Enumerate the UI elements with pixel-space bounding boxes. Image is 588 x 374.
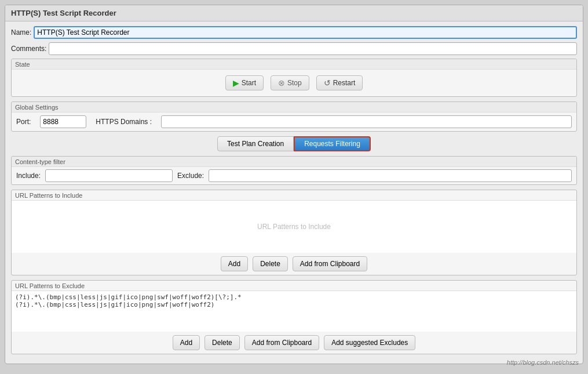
comments-row: Comments: bbox=[11, 42, 577, 55]
tab-test-plan[interactable]: Test Plan Creation bbox=[217, 136, 294, 151]
window-title: HTTP(S) Test Script Recorder bbox=[5, 5, 583, 21]
stop-icon: ⊗ bbox=[278, 78, 285, 88]
url-exclude-delete-button[interactable]: Delete bbox=[204, 335, 240, 350]
content-type-section: Content-type filter Include: Exclude: bbox=[11, 156, 577, 185]
restart-button[interactable]: ↺ Restart bbox=[316, 75, 363, 90]
url-exclude-btn-row: Add Delete Add from Clipboard Add sugges… bbox=[12, 332, 576, 354]
url-exclude-clipboard-button[interactable]: Add from Clipboard bbox=[244, 335, 319, 350]
content-type-inner: Include: Exclude: bbox=[12, 167, 576, 184]
start-label: Start bbox=[242, 79, 256, 87]
tabs-row: Test Plan Creation Requests Filtering bbox=[11, 136, 577, 151]
exclude-input[interactable] bbox=[209, 169, 572, 182]
name-input[interactable] bbox=[34, 26, 577, 39]
url-exclude-value: (?i).*\.(bmp|css|less|js|gif|ico|png|swf… bbox=[15, 293, 573, 308]
play-icon: ▶ bbox=[233, 78, 239, 88]
start-button[interactable]: ▶ Start bbox=[225, 75, 264, 90]
state-controls: ▶ Start ⊗ Stop ↺ Restart bbox=[12, 70, 576, 96]
stop-button[interactable]: ⊗ Stop bbox=[271, 75, 309, 90]
url-exclude-suggested-button[interactable]: Add suggested Excludes bbox=[324, 335, 415, 350]
url-include-placeholder: URL Patterns to Include bbox=[257, 223, 331, 231]
watermark: http://blog.csdn.net/chszs bbox=[507, 359, 579, 366]
url-exclude-add-button[interactable]: Add bbox=[173, 335, 200, 350]
content-area: Name: Comments: State ▶ Start ⊗ Stop ↺ bbox=[5, 21, 583, 364]
url-exclude-label: URL Patterns to Exclude bbox=[12, 281, 576, 291]
tab-requests-filtering[interactable]: Requests Filtering bbox=[294, 136, 371, 151]
stop-label: Stop bbox=[287, 79, 302, 87]
restart-label: Restart bbox=[333, 79, 356, 87]
url-include-delete-button[interactable]: Delete bbox=[253, 256, 288, 271]
global-settings-inner: Port: HTTPS Domains : bbox=[12, 112, 576, 131]
name-label: Name: bbox=[11, 28, 31, 37]
state-section: State ▶ Start ⊗ Stop ↺ Restart bbox=[11, 59, 577, 97]
comments-label: Comments: bbox=[11, 45, 46, 53]
port-input[interactable] bbox=[40, 115, 86, 128]
global-settings-label: Global Settings bbox=[12, 102, 576, 112]
include-label: Include: bbox=[16, 172, 41, 180]
global-settings-section: Global Settings Port: HTTPS Domains : bbox=[11, 101, 577, 132]
url-include-btn-row: Add Delete Add from Clipboard bbox=[12, 253, 576, 275]
url-include-section: URL Patterns to Include URL Patterns to … bbox=[11, 190, 577, 275]
comments-input[interactable] bbox=[49, 42, 577, 55]
exclude-label: Exclude: bbox=[177, 172, 204, 180]
https-label: HTTPS Domains : bbox=[96, 118, 152, 126]
content-type-label: Content-type filter bbox=[12, 157, 576, 167]
https-input[interactable] bbox=[161, 115, 572, 128]
url-include-area: URL Patterns to Include bbox=[12, 201, 576, 253]
url-exclude-section: URL Patterns to Exclude (?i).*\.(bmp|css… bbox=[11, 280, 577, 354]
include-input[interactable] bbox=[45, 169, 173, 182]
url-include-clipboard-button[interactable]: Add from Clipboard bbox=[293, 256, 367, 271]
main-window: HTTP(S) Test Script Recorder Name: Comme… bbox=[5, 5, 583, 364]
port-label: Port: bbox=[16, 118, 31, 126]
restart-icon: ↺ bbox=[324, 78, 331, 88]
name-row: Name: bbox=[11, 26, 577, 39]
url-exclude-area: (?i).*\.(bmp|css|less|js|gif|ico|png|swf… bbox=[12, 291, 576, 332]
url-include-add-button[interactable]: Add bbox=[221, 256, 248, 271]
state-label: State bbox=[12, 59, 576, 70]
url-include-label: URL Patterns to Include bbox=[12, 190, 576, 201]
